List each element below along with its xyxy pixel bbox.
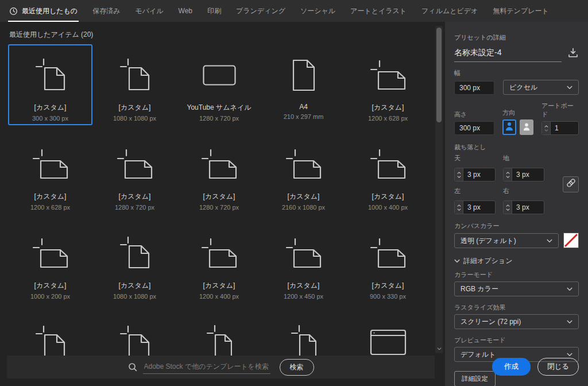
advanced-options-toggle[interactable]: 詳細オプション: [454, 256, 579, 266]
landscape-icon: [523, 121, 531, 133]
template-size: 1200 x 628 px: [30, 204, 70, 211]
canvas-color-dropdown[interactable]: 透明 (デフォルト): [454, 233, 559, 248]
portrait-doc-icon: [292, 57, 315, 94]
unit-value: ピクセル: [509, 83, 537, 92]
custom-square-doc-icon: [120, 235, 150, 272]
template-name: [カスタム]: [119, 281, 151, 291]
bleed-left-value: 3 px: [463, 201, 495, 214]
tab-print[interactable]: 印刷: [207, 0, 221, 22]
artboard-stepper[interactable]: 1: [541, 121, 579, 135]
template-size: 1080 x 1080 px: [113, 115, 156, 122]
document-name-input[interactable]: [454, 46, 562, 62]
bleed-top-stepper[interactable]: 3 px: [454, 168, 496, 182]
bleed-bottom-value: 3 px: [512, 168, 544, 181]
template-name: [カスタム]: [119, 192, 151, 202]
custom-square-doc-icon: [120, 324, 150, 356]
template-tile[interactable]: [カスタム]1200 x 628 px: [346, 44, 430, 125]
more-settings-button[interactable]: 詳細設定: [454, 371, 496, 386]
tab-label: アートとイラスト: [350, 6, 407, 16]
custom-landscape-doc-icon: [286, 235, 322, 272]
landscape-rect-icon: [203, 57, 236, 94]
tab-mobile[interactable]: モバイル: [135, 0, 163, 22]
close-button[interactable]: 閉じる: [537, 358, 579, 376]
stock-search-input[interactable]: [143, 360, 270, 374]
tab-saved[interactable]: 保存済み: [92, 0, 120, 22]
tab-social[interactable]: ソーシャル: [300, 0, 335, 22]
custom-landscape-doc-icon: [370, 235, 406, 272]
template-tile[interactable]: [92, 311, 177, 356]
stepper-arrows[interactable]: [455, 201, 463, 214]
raster-effects-dropdown[interactable]: スクリーン (72 ppi): [454, 314, 579, 329]
template-tile[interactable]: [カスタム]1280 x 720 px: [92, 133, 177, 214]
chevron-down-icon: [567, 287, 572, 291]
stepper-arrows[interactable]: [455, 168, 463, 181]
template-tile[interactable]: [カスタム]900 x 330 px: [346, 222, 430, 303]
template-tile[interactable]: [カスタム]1000 x 400 px: [346, 133, 430, 214]
template-name: [カスタム]: [372, 103, 404, 113]
search-icon: [128, 362, 137, 372]
template-tile[interactable]: [カスタム]1080 x 1080 px: [92, 222, 177, 303]
bleed-bottom-stepper[interactable]: 3 px: [503, 168, 544, 182]
stepper-arrows[interactable]: [504, 201, 512, 214]
template-size: 210 x 297 mm: [284, 113, 324, 120]
chevron-down-icon: [454, 259, 460, 263]
template-tile[interactable]: [177, 311, 261, 356]
template-tile[interactable]: A4210 x 297 mm: [261, 44, 346, 125]
template-tile[interactable]: YouTube サムネイル1280 x 720 px: [177, 44, 261, 125]
template-tile[interactable]: [カスタム]1000 x 200 px: [8, 222, 92, 303]
portrait-icon: [505, 121, 513, 133]
unit-dropdown[interactable]: ピクセル: [503, 80, 579, 95]
orientation-portrait-button[interactable]: [502, 119, 516, 135]
color-mode-dropdown[interactable]: RGB カラー: [454, 281, 579, 296]
template-tile[interactable]: [8, 311, 92, 356]
bleed-left-label: 左: [454, 187, 496, 195]
tab-label: 保存済み: [92, 6, 120, 16]
bleed-right-stepper[interactable]: 3 px: [503, 200, 544, 214]
stepper-down-icon: [544, 129, 548, 132]
template-tile[interactable]: [カスタム]1080 x 1080 px: [92, 44, 177, 125]
stepper-arrows[interactable]: [504, 168, 512, 181]
stock-search-bar: 検索: [7, 356, 435, 379]
scrollbar-thumb[interactable]: [436, 28, 442, 122]
tab-art[interactable]: アートとイラスト: [350, 0, 407, 22]
width-input[interactable]: [454, 81, 494, 95]
orientation-label: 方向: [502, 109, 533, 117]
template-tile[interactable]: [346, 311, 430, 356]
tab-label: 最近使用したもの: [22, 6, 78, 16]
template-name: [カスタム]: [372, 281, 404, 291]
tab-label: 印刷: [207, 6, 221, 16]
vertical-scrollbar[interactable]: [435, 26, 443, 353]
tab-branding[interactable]: ブランディング: [236, 0, 285, 22]
template-size: 1000 x 200 px: [30, 293, 70, 300]
tab-web[interactable]: Web: [179, 0, 192, 22]
template-tile[interactable]: [カスタム]1200 x 628 px: [8, 133, 92, 214]
canvas-color-value: 透明 (デフォルト): [461, 236, 516, 246]
orientation-landscape-button[interactable]: [520, 119, 533, 135]
stepper-arrows[interactable]: [542, 122, 551, 134]
tab-bar: 最近使用したもの保存済みモバイルWeb印刷ブランディングソーシャルアートとイラス…: [0, 0, 588, 22]
scrollbar-down-arrow-icon[interactable]: [435, 345, 443, 352]
save-preset-icon[interactable]: [567, 47, 579, 59]
tab-recent[interactable]: 最近使用したもの: [9, 0, 78, 22]
width-label: 幅: [454, 69, 579, 78]
template-tile[interactable]: [カスタム]1200 x 450 px: [261, 222, 346, 303]
custom-landscape-doc-icon: [117, 146, 153, 183]
height-input[interactable]: [454, 121, 494, 135]
custom-square-doc-icon: [120, 57, 150, 94]
none-slash-icon: [564, 233, 578, 248]
bleed-left-stepper[interactable]: 3 px: [454, 200, 496, 214]
search-button[interactable]: 検索: [280, 359, 314, 376]
template-tile[interactable]: [カスタム]1280 x 720 px: [177, 133, 261, 214]
tab-free[interactable]: 無料テンプレート: [493, 0, 548, 22]
template-tile[interactable]: [カスタム]2160 x 1080 px: [261, 133, 346, 214]
link-bleed-values-button[interactable]: [563, 176, 579, 192]
tab-film[interactable]: フィルムとビデオ: [421, 0, 478, 22]
template-tile[interactable]: [261, 311, 346, 356]
template-size: 1200 x 450 px: [284, 293, 323, 300]
panel-title: プリセットの詳細: [454, 33, 579, 42]
transparent-color-swatch[interactable]: [563, 233, 579, 248]
template-tile[interactable]: [カスタム]1200 x 400 px: [177, 222, 261, 303]
custom-landscape-doc-icon: [202, 146, 237, 183]
template-tile[interactable]: [カスタム]300 x 300 px: [8, 44, 92, 125]
create-button[interactable]: 作成: [492, 358, 531, 376]
